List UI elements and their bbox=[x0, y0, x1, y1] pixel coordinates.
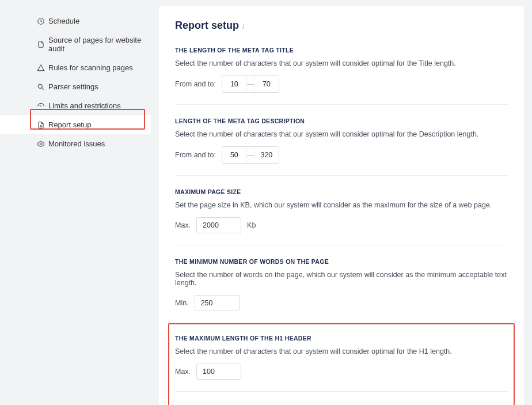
sidebar-item-label: Monitored issues bbox=[48, 139, 105, 148]
input-label: Min. bbox=[175, 299, 189, 307]
eye-icon bbox=[37, 140, 45, 148]
section-h1-length: THE MAXIMUM LENGTH OF THE H1 HEADER Sele… bbox=[175, 324, 508, 392]
description-length-range: — bbox=[222, 146, 279, 164]
sidebar-item-label: Report setup bbox=[48, 120, 91, 129]
page-title-text: Report setup bbox=[175, 20, 239, 32]
section-description-length: LENGTH OF THE META TAG DESCRIPTION Selec… bbox=[175, 105, 508, 176]
clock-icon bbox=[37, 17, 45, 25]
sidebar-item-limits[interactable]: Limits and restrictions bbox=[0, 96, 151, 115]
input-label: Max. bbox=[175, 221, 191, 229]
sidebar-item-label: Rules for scanning pages bbox=[48, 63, 133, 72]
sidebar-item-monitored-issues[interactable]: Monitored issues bbox=[0, 134, 151, 153]
range-label: From and to: bbox=[175, 151, 216, 159]
gauge-icon bbox=[37, 102, 45, 110]
title-length-to-input[interactable] bbox=[254, 76, 279, 92]
max-page-size-input[interactable] bbox=[196, 217, 241, 233]
section-desc: Set the page size in KB, which our syste… bbox=[175, 201, 508, 209]
description-length-from-input[interactable] bbox=[222, 147, 246, 163]
section-heading: THE MAXIMUM LENGTH OF THE H1 HEADER bbox=[175, 335, 508, 342]
section-desc: Select the number of words on the page, … bbox=[175, 271, 508, 287]
file-icon bbox=[37, 40, 45, 48]
section-heading: LENGTH OF THE META TAG DESCRIPTION bbox=[175, 118, 508, 124]
title-length-from-input[interactable] bbox=[222, 76, 246, 92]
title-length-range: — bbox=[222, 75, 279, 93]
warning-icon bbox=[37, 64, 45, 72]
sidebar-item-label: Source of pages for website audit bbox=[48, 36, 142, 53]
sidebar-item-report-setup[interactable]: Report setup bbox=[0, 115, 151, 134]
range-label: From and to: bbox=[175, 80, 216, 88]
section-max-page-size: MAXIMUM PAGE SIZE Set the page size in K… bbox=[175, 176, 508, 245]
range-separator-icon: — bbox=[246, 76, 254, 92]
description-length-to-input[interactable] bbox=[254, 147, 279, 163]
svg-point-1 bbox=[38, 84, 42, 88]
search-icon bbox=[37, 83, 45, 91]
section-min-words: THE MINIMUM NUMBER OF WORDS ON THE PAGE … bbox=[175, 245, 508, 323]
sidebar-item-label: Limits and restrictions bbox=[48, 101, 121, 110]
svg-point-2 bbox=[40, 143, 42, 145]
sidebar-item-label: Schedule bbox=[48, 17, 79, 25]
section-desc: Select the number of characters that our… bbox=[175, 130, 508, 138]
section-desc: Select the number of characters that our… bbox=[175, 347, 508, 355]
sidebar-item-scan-rules[interactable]: Rules for scanning pages bbox=[0, 58, 151, 77]
max-h1-length-input[interactable] bbox=[196, 364, 241, 380]
sidebar-item-label: Parser settings bbox=[48, 82, 98, 91]
document-icon bbox=[37, 121, 45, 129]
range-separator-icon: — bbox=[246, 147, 254, 163]
section-title-length: THE LENGTH OF THE META TAG TITLE Select … bbox=[175, 34, 508, 105]
info-icon[interactable]: i bbox=[242, 23, 244, 30]
sidebar-item-source-pages[interactable]: Source of pages for website audit bbox=[0, 31, 151, 58]
unit-label: Kb bbox=[247, 221, 256, 229]
highlight-box-h1-h2: THE MAXIMUM LENGTH OF THE H1 HEADER Sele… bbox=[168, 323, 515, 405]
sidebar-item-parser-settings[interactable]: Parser settings bbox=[0, 77, 151, 96]
main-panel: Report setup i THE LENGTH OF THE META TA… bbox=[159, 6, 524, 405]
page-title: Report setup i bbox=[175, 20, 508, 32]
section-h2-length: THE MAXIMUM LENGTH OF THE H2 HEADER Sele… bbox=[175, 392, 508, 405]
input-label: Max. bbox=[175, 368, 191, 376]
section-desc: Select the number of characters that our… bbox=[175, 59, 508, 67]
min-words-input[interactable] bbox=[195, 295, 240, 311]
settings-sidebar: Schedule Source of pages for website aud… bbox=[0, 0, 151, 405]
sidebar-item-schedule[interactable]: Schedule bbox=[0, 12, 151, 31]
section-heading: THE LENGTH OF THE META TAG TITLE bbox=[175, 47, 508, 54]
section-heading: THE MINIMUM NUMBER OF WORDS ON THE PAGE bbox=[175, 258, 508, 265]
section-heading: MAXIMUM PAGE SIZE bbox=[175, 188, 508, 195]
